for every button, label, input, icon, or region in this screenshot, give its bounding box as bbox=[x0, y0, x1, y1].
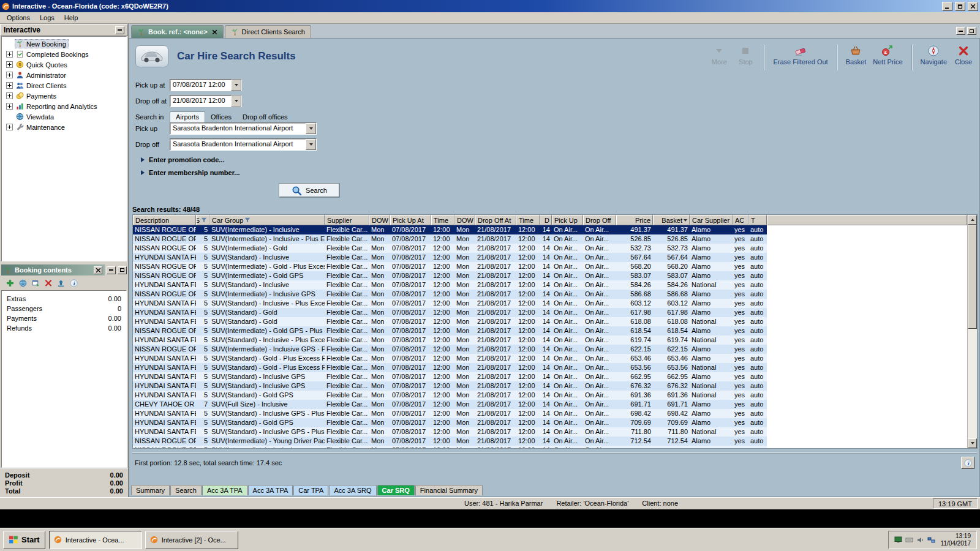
menu-logs[interactable]: Logs bbox=[35, 13, 59, 23]
result-row[interactable]: HYUNDAI SANTA FE ...5SUV(Standard) - Inc… bbox=[133, 381, 767, 391]
result-row[interactable]: HYUNDAI SANTA FE ...5SUV(Standard) - Inc… bbox=[133, 372, 767, 381]
nett-price-button[interactable]: £Nett Price bbox=[873, 44, 902, 66]
result-row[interactable]: NISSAN ROGUE OR S...5SUV(Intermediate) -… bbox=[133, 262, 767, 271]
pickup-at-field[interactable]: 07/08/2017 12:00 bbox=[170, 79, 242, 91]
expand-icon[interactable] bbox=[6, 72, 13, 78]
filter-icon[interactable] bbox=[201, 217, 207, 223]
upload-icon[interactable] bbox=[57, 279, 65, 287]
bottom-tab-car-srq[interactable]: Car SRQ bbox=[377, 485, 415, 495]
globe-icon[interactable] bbox=[19, 279, 27, 287]
taskbar-window-interactive-2-oce[interactable]: Interactive [2] - Oce... bbox=[145, 531, 238, 549]
bottom-tab-search[interactable]: Search bbox=[170, 485, 202, 495]
result-row[interactable]: NISSAN ROGUE OR S...5SUV(Intermediate) -… bbox=[133, 290, 767, 299]
dropoff-at-field[interactable]: 21/08/2017 12:00 bbox=[170, 95, 242, 107]
scrollbar-thumb[interactable] bbox=[968, 225, 977, 329]
tab-close-icon[interactable] bbox=[212, 29, 217, 35]
bottom-tab-summary[interactable]: Summary bbox=[131, 485, 170, 495]
result-row[interactable]: NISSAN ROGUE OR S...5SUV(Intermediate) -… bbox=[133, 446, 767, 448]
result-row[interactable]: HYUNDAI SANTA FE ...5SUV(Standard) - Gol… bbox=[133, 418, 767, 427]
column-header-s-1[interactable]: S bbox=[196, 215, 209, 225]
result-row[interactable]: NISSAN ROGUE OR S...5SUV(Intermediate) -… bbox=[133, 326, 767, 335]
minimize-button[interactable] bbox=[942, 2, 952, 11]
panel-minimize-button[interactable] bbox=[956, 27, 965, 35]
start-button[interactable]: Start bbox=[3, 531, 45, 549]
column-header-dow-4[interactable]: DOW bbox=[369, 215, 390, 225]
restore-button[interactable] bbox=[955, 2, 965, 11]
column-header-car-supplier-15[interactable]: Car Supplier bbox=[690, 215, 733, 225]
expand-icon[interactable] bbox=[6, 103, 13, 110]
close-window-button[interactable] bbox=[968, 2, 978, 11]
menu-help[interactable]: Help bbox=[59, 13, 83, 23]
column-header-drop-off-at-8[interactable]: Drop Off At bbox=[475, 215, 516, 225]
column-header-dow-7[interactable]: DOW bbox=[454, 215, 475, 225]
column-header-pick-up-at-5[interactable]: Pick Up At bbox=[390, 215, 431, 225]
promotion-code-expander[interactable]: Enter promotion code... bbox=[141, 156, 979, 163]
booking-panel-restore-button[interactable] bbox=[118, 266, 127, 274]
filter-icon[interactable] bbox=[244, 217, 251, 223]
result-row[interactable]: HYUNDAI SANTA FE ...5SUV(Standard) - Gol… bbox=[133, 391, 767, 400]
sidebar-item-maintenance[interactable]: Maintenance bbox=[2, 122, 126, 132]
vertical-scrollbar[interactable] bbox=[967, 215, 977, 448]
booking-contents-close-button[interactable] bbox=[94, 266, 102, 274]
dropoff-at-dropdown-button[interactable] bbox=[231, 96, 241, 107]
taskbar-clock[interactable]: 13:19 11/04/2017 bbox=[941, 533, 971, 547]
expand-icon[interactable] bbox=[6, 51, 13, 58]
column-header-pick-up-11[interactable]: Pick Up bbox=[552, 215, 583, 225]
booking-panel-minimize-button[interactable] bbox=[107, 266, 116, 274]
result-row[interactable]: NISSAN ROGUE OR S...5SUV(Intermediate) -… bbox=[133, 225, 767, 234]
add-icon[interactable] bbox=[6, 279, 14, 287]
result-row[interactable]: HYUNDAI SANTA FE ...5SUV(Standard) - Inc… bbox=[133, 335, 767, 345]
expand-icon[interactable] bbox=[6, 124, 13, 130]
sidebar-item-completed-bookings[interactable]: Completed Bookings bbox=[2, 49, 126, 59]
network-icon[interactable] bbox=[927, 536, 935, 544]
pickup-dropdown-button[interactable] bbox=[306, 123, 316, 134]
result-row[interactable]: HYUNDAI SANTA FE ...5SUV(Standard) - Inc… bbox=[133, 253, 767, 262]
result-row[interactable]: HYUNDAI SANTA FE ...5SUV(Standard) - Inc… bbox=[133, 427, 767, 437]
search-in-airports[interactable]: Airports bbox=[170, 111, 205, 122]
dropoff-location-field[interactable]: Sarasota Bradenton International Airport bbox=[170, 138, 317, 151]
bottom-tab-car-tpa[interactable]: Car TPA bbox=[293, 485, 328, 495]
expand-icon[interactable] bbox=[6, 82, 13, 89]
basket-button[interactable]: Basket bbox=[846, 44, 867, 66]
tab-direct-clients-search[interactable]: Direct Clients Search bbox=[225, 25, 311, 38]
result-row[interactable]: HYUNDAI SANTA FE ...5SUV(Standard) - Gol… bbox=[133, 317, 767, 326]
panel-restore-button[interactable] bbox=[967, 27, 976, 35]
column-header-d-10[interactable]: D bbox=[540, 215, 552, 225]
bottom-tab-financial-summary[interactable]: Financial Summary bbox=[415, 485, 483, 495]
pickup-at-dropdown-button[interactable] bbox=[231, 80, 241, 91]
column-header-supplier-3[interactable]: Supplier bbox=[325, 215, 369, 225]
navigate-button[interactable]: Navigate bbox=[921, 44, 947, 66]
result-row[interactable]: HYUNDAI SANTA FE ...5SUV(Standard) - Inc… bbox=[133, 280, 767, 290]
result-row[interactable]: HYUNDAI SANTA FE ...5SUV(Standard) - Inc… bbox=[133, 409, 767, 418]
open-icon[interactable] bbox=[32, 279, 40, 287]
keyboard-icon[interactable] bbox=[905, 536, 913, 544]
bottom-tab-acc-3a-tpa[interactable]: Acc 3A TPA bbox=[248, 485, 293, 495]
sidebar-item-administrator[interactable]: Administrator bbox=[2, 70, 126, 80]
result-row[interactable]: NISSAN ROGUE OR S...5SUV(Intermediate) -… bbox=[133, 437, 767, 446]
result-row[interactable]: HYUNDAI SANTA FE ...5SUV(Standard) - Gol… bbox=[133, 354, 767, 363]
collapse-panel-button[interactable] bbox=[115, 26, 124, 34]
menu-options[interactable]: Options bbox=[2, 13, 35, 23]
search-in-offices[interactable]: Offices bbox=[205, 112, 237, 122]
pickup-location-field[interactable]: Sarasota Bradenton International Airport bbox=[170, 122, 317, 135]
column-header-basket-14[interactable]: Basket bbox=[653, 215, 690, 225]
result-row[interactable]: HYUNDAI SANTA FE ...5SUV(Standard) - Gol… bbox=[133, 363, 767, 372]
column-header-ac-16[interactable]: AC bbox=[733, 215, 748, 225]
bottom-tab-acc-3a-tpa[interactable]: Acc 3A TPA bbox=[202, 485, 247, 495]
column-header-description-0[interactable]: Description bbox=[133, 215, 196, 225]
scrollbar-track[interactable] bbox=[968, 329, 977, 438]
column-header-car-group-2[interactable]: Car Group bbox=[209, 215, 325, 225]
result-row[interactable]: NISSAN ROGUE OR S...5SUV(Intermediate) -… bbox=[133, 271, 767, 280]
sidebar-item-viewdata[interactable]: Viewdata bbox=[2, 111, 126, 122]
tab-book-ref-none[interactable]: Book. ref.: <none> bbox=[131, 25, 224, 38]
result-row[interactable]: HYUNDAI SANTA FE ...5SUV(Standard) - Gol… bbox=[133, 308, 767, 317]
column-header-time-9[interactable]: Time bbox=[516, 215, 540, 225]
column-header-t-17[interactable]: T bbox=[748, 215, 767, 225]
column-header-drop-off-12[interactable]: Drop Off bbox=[583, 215, 616, 225]
result-row[interactable]: HYUNDAI SANTA FE ...5SUV(Standard) - Inc… bbox=[133, 299, 767, 308]
delete-icon[interactable] bbox=[45, 279, 52, 287]
erase-filtered-out-button[interactable]: Erase Filtered Out bbox=[773, 44, 827, 66]
membership-number-expander[interactable]: Enter membership number... bbox=[141, 169, 979, 176]
info-button[interactable]: i bbox=[961, 457, 974, 469]
info-icon[interactable]: i bbox=[70, 279, 78, 287]
